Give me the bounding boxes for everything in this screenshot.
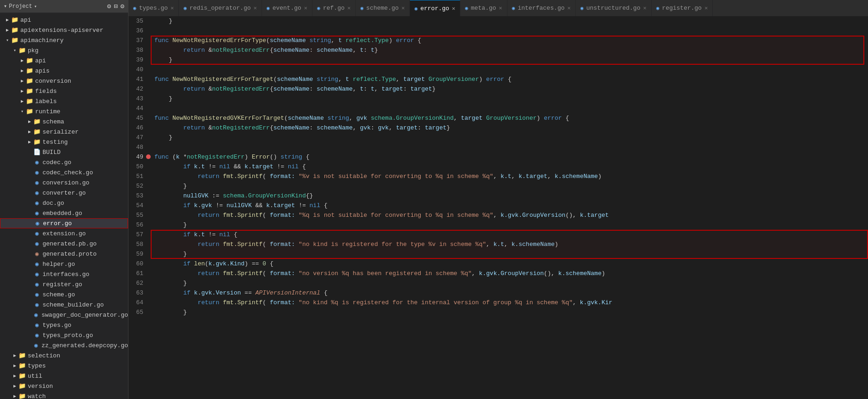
sidebar-item-apis[interactable]: ▶ 📁 apis xyxy=(0,66,128,76)
sidebar-item-testing[interactable]: ▶ 📁 testing xyxy=(0,137,128,147)
code-line-44 xyxy=(154,104,868,113)
folder-icon: 📁 xyxy=(11,16,18,24)
tab-close-types-go[interactable]: ✕ xyxy=(171,5,174,12)
sidebar-item-zz-generated-go[interactable]: ◉ zz_generated.deepcopy.go xyxy=(0,340,128,350)
go-file-icon: ◉ xyxy=(33,240,41,247)
code-lines: } func NewNotRegisteredErrForType(scheme… xyxy=(151,16,868,399)
sidebar-item-generated-pb-go[interactable]: ◉ generated.pb.go xyxy=(0,239,128,249)
folder-icon: 📁 xyxy=(26,108,33,115)
collapse-arrow: ▶ xyxy=(11,373,18,379)
sidebar-item-api[interactable]: ▶ 📁 api xyxy=(0,15,128,25)
sidebar-item-conversion[interactable]: ▶ 📁 conversion xyxy=(0,76,128,86)
tab-close-meta[interactable]: ✕ xyxy=(499,5,502,12)
sidebar-item-conversion-go[interactable]: ◉ conversion.go xyxy=(0,178,128,188)
tab-scheme-go[interactable]: ◉ scheme.go ✕ xyxy=(356,0,410,16)
sidebar-item-labels[interactable]: ▶ 📁 labels xyxy=(0,96,128,106)
sidebar-item-apiextensions[interactable]: ▶ 📁 apiextensions-apiserver xyxy=(0,25,128,35)
go-file-icon: ◉ xyxy=(33,179,41,186)
collapse-arrow: ▾ xyxy=(18,109,26,114)
settings-icon[interactable]: ⚙ xyxy=(107,2,111,10)
chevron-down-small-icon: ▾ xyxy=(34,4,37,9)
tab-ref-go[interactable]: ◉ ref.go ✕ xyxy=(312,0,356,16)
tab-close-interfaces[interactable]: ✕ xyxy=(568,5,571,12)
tab-types-go[interactable]: ◉ types.go ✕ xyxy=(128,0,179,16)
go-file-icon: ◉ xyxy=(34,220,41,227)
go-file-icon: ◉ xyxy=(32,311,40,319)
sidebar-item-pkg[interactable]: ▾ 📁 pkg xyxy=(0,45,128,55)
sidebar-item-interfaces-go[interactable]: ◉ interfaces.go xyxy=(0,269,128,279)
sidebar-item-runtime[interactable]: ▾ 📁 runtime xyxy=(0,106,128,117)
sidebar-item-selection[interactable]: ▶ 📁 selection xyxy=(0,350,128,361)
sidebar-item-types-go[interactable]: ◉ types.go xyxy=(0,320,128,330)
tab-close-register[interactable]: ✕ xyxy=(704,5,708,12)
sidebar-item-error-go[interactable]: ◉ error.go xyxy=(0,218,128,228)
sidebar-item-extension-go[interactable]: ◉ extension.go xyxy=(0,228,128,239)
go-file-icon: ◉ xyxy=(33,331,41,339)
tab-close-ref[interactable]: ✕ xyxy=(347,5,350,12)
tab-close-redis[interactable]: ✕ xyxy=(254,5,257,12)
sidebar-item-swagger-doc-go[interactable]: ◉ swagger_doc_generator.go xyxy=(0,310,128,320)
tab-unstructured-go[interactable]: ◉ unstructured.go ✕ xyxy=(576,0,652,16)
sidebar-item-serializer[interactable]: ▶ 📁 serializer xyxy=(0,127,128,137)
sidebar-item-codec-go[interactable]: ◉ codec.go xyxy=(0,157,128,167)
tab-interfaces-go[interactable]: ◉ interfaces.go ✕ xyxy=(507,0,576,16)
go-file-icon: ◉ xyxy=(267,5,270,11)
go-file-icon: ◉ xyxy=(33,291,41,298)
gear-icon[interactable]: ⚙ xyxy=(121,2,124,10)
folder-icon: 📁 xyxy=(33,118,41,125)
folder-icon: 📁 xyxy=(26,87,33,95)
collapse-arrow: ▶ xyxy=(18,58,26,63)
sidebar-item-types-proto-go[interactable]: ◉ types_proto.go xyxy=(0,330,128,340)
sidebar-item-helper-go[interactable]: ◉ helper.go xyxy=(0,259,128,269)
sidebar-item-embedded-go[interactable]: ◉ embedded.go xyxy=(0,208,128,218)
go-file-icon: ◉ xyxy=(33,270,41,278)
code-line-35: } xyxy=(154,16,868,26)
collapse-arrow-apimachinery: ▾ xyxy=(4,37,11,43)
sidebar-item-fields[interactable]: ▶ 📁 fields xyxy=(0,86,128,96)
sidebar-item-scheme-go[interactable]: ◉ scheme.go xyxy=(0,289,128,300)
sidebar-item-schema[interactable]: ▶ 📁 schema xyxy=(0,117,128,127)
sidebar-item-version[interactable]: ▶ 📁 version xyxy=(0,381,128,391)
sidebar-item-doc-go[interactable]: ◉ doc.go xyxy=(0,198,128,208)
go-file-icon: ◉ xyxy=(33,281,41,288)
tab-close-scheme[interactable]: ✕ xyxy=(402,5,405,12)
sidebar-item-watch[interactable]: ▶ 📁 watch xyxy=(0,391,128,399)
sidebar-item-register-go[interactable]: ◉ register.go xyxy=(0,279,128,289)
code-line-37: func NewNotRegisteredErrForType(schemeNa… xyxy=(154,36,868,45)
sidebar-actions: ⚙ ⊟ ⚙ xyxy=(107,2,124,10)
folder-icon: 📁 xyxy=(33,138,41,146)
tab-error-go[interactable]: ◉ error.go ✕ xyxy=(410,0,460,16)
sidebar-item-util[interactable]: ▶ 📁 util xyxy=(0,371,128,381)
sidebar-item-scheme-builder-go[interactable]: ◉ scheme_builder.go xyxy=(0,300,128,310)
tab-close-event[interactable]: ✕ xyxy=(304,5,307,12)
tab-register-go[interactable]: ◉ register.go ✕ xyxy=(652,0,713,16)
folder-icon: 📁 xyxy=(18,362,26,369)
sidebar-item-generated-proto[interactable]: ◉ generated.proto xyxy=(0,249,128,259)
tab-close-unstructured[interactable]: ✕ xyxy=(643,5,646,12)
sidebar-item-codec-check-go[interactable]: ◉ codec_check.go xyxy=(0,167,128,178)
split-icon[interactable]: ⊟ xyxy=(114,2,117,10)
tab-close-error[interactable]: ✕ xyxy=(452,5,455,12)
code-line-45: func NewNotRegisteredGVKErrForTarget(sch… xyxy=(154,113,868,123)
sidebar-item-pkg-api[interactable]: ▶ 📁 api xyxy=(0,55,128,66)
collapse-arrow: ▶ xyxy=(26,129,33,135)
tab-meta-go[interactable]: ◉ meta.go ✕ xyxy=(460,0,507,16)
folder-icon: 📁 xyxy=(26,57,33,64)
folder-icon: 📁 xyxy=(11,26,18,34)
collapse-arrow-api: ▶ xyxy=(4,17,11,23)
proto-file-icon: ◉ xyxy=(33,250,41,258)
go-file-icon: ◉ xyxy=(33,321,41,329)
sidebar-item-types[interactable]: ▶ 📁 types xyxy=(0,361,128,371)
code-editor[interactable]: 35 36 37 38 39 40 41 42 43 44 45 46 47 4… xyxy=(128,16,868,399)
go-file-icon: ◉ xyxy=(317,5,320,11)
go-file-icon: ◉ xyxy=(33,159,41,166)
sidebar-item-converter-go[interactable]: ◉ converter.go xyxy=(0,188,128,198)
go-file-icon: ◉ xyxy=(33,230,41,237)
sidebar-item-apimachinery[interactable]: ▾ 📁 apimachinery xyxy=(0,35,128,45)
code-line-49: func (k *notRegisteredErr) Error() strin… xyxy=(154,152,868,162)
tab-event-go[interactable]: ◉ event.go ✕ xyxy=(262,0,312,16)
main-area: ◉ types.go ✕ ◉ redis_operator.go ✕ ◉ eve… xyxy=(128,0,868,399)
tab-redis-operator-go[interactable]: ◉ redis_operator.go ✕ xyxy=(179,0,262,16)
folder-icon: 📁 xyxy=(26,98,33,105)
sidebar-item-build[interactable]: 📄 BUILD xyxy=(0,147,128,157)
